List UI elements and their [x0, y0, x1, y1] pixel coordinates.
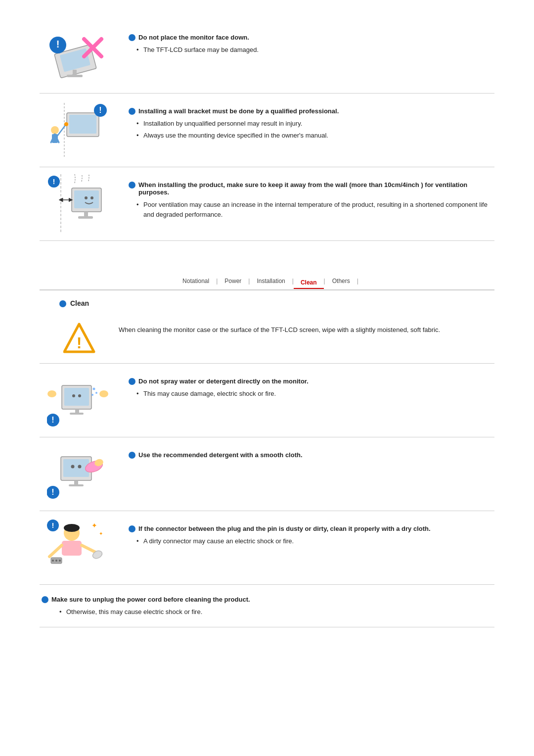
svg-rect-56: [62, 541, 82, 556]
clean-blue-dot: [59, 300, 66, 307]
page-content: ! Do not place the monitor face down. Th…: [0, 0, 534, 647]
svg-point-62: [55, 560, 57, 562]
wall-bracket-bullets: Installation by unqualified personnel ma…: [129, 119, 494, 140]
ventilation-bullet-1: Poor ventilation may cause an increase i…: [136, 200, 494, 219]
section-detergent: ! Use the recommended detergent with a s…: [40, 437, 494, 511]
blue-dot-icon-2: [129, 108, 135, 115]
nav-sep-5: |: [357, 278, 358, 284]
nav-tabs: Notational | Power | Installation | Clea…: [40, 276, 494, 290]
unplug-bullets: Otherwise, this may cause electric shock…: [51, 607, 494, 617]
face-down-bullet-1: The TFT-LCD surface may be damaged.: [136, 45, 494, 55]
svg-point-37: [47, 390, 56, 397]
svg-text:!: !: [52, 521, 54, 529]
no-spray-bullets: This may cause damage, electric shock or…: [129, 389, 494, 399]
svg-point-39: [93, 388, 95, 390]
spacer: [40, 241, 494, 261]
wall-bracket-bullet-2: Always use the mounting device specified…: [136, 131, 494, 141]
connector-dot: [129, 525, 135, 532]
section-connector: ✦ ✦ ! If the connector between the plug …: [40, 511, 494, 585]
svg-text:!: !: [99, 106, 101, 114]
connector-bullet-1: A dirty connector may cause an electric …: [136, 536, 494, 546]
svg-point-41: [91, 394, 93, 396]
svg-point-55: [64, 524, 80, 532]
section-face-down: ! Do not place the monitor face down. Th…: [40, 20, 494, 94]
svg-text:!: !: [51, 416, 54, 424]
no-spray-image: !: [40, 376, 119, 425]
svg-rect-23: [78, 216, 93, 219]
svg-rect-21: [74, 190, 99, 208]
svg-line-57: [49, 545, 62, 557]
blue-dot-icon-3: [129, 182, 135, 189]
svg-rect-32: [64, 388, 89, 406]
section-ventilation: ! When installing the product, make sure…: [40, 167, 494, 241]
svg-text:!: !: [53, 177, 55, 186]
detergent-dot: [129, 452, 135, 459]
svg-rect-22: [84, 212, 88, 217]
detergent-image: !: [40, 449, 119, 499]
face-down-title: Do not place the monitor face down.: [129, 34, 494, 41]
unplug-title: Make sure to unplug the power cord befor…: [42, 596, 494, 603]
wall-bracket-text: Installing a wall bracket must be done b…: [129, 105, 494, 142]
tab-notational[interactable]: Notational: [176, 276, 216, 286]
svg-rect-9: [69, 115, 96, 134]
detergent-title: Use the recommended detergent with a smo…: [129, 451, 494, 459]
tab-power[interactable]: Power: [218, 276, 248, 286]
no-spray-title: Do not spray water or detergent directly…: [129, 378, 494, 385]
clean-header: Clean: [59, 299, 494, 307]
ventilation-title: When installing the product, make sure t…: [129, 181, 494, 196]
connector-title: If the connector between the plug and th…: [129, 525, 494, 532]
svg-rect-3: [67, 75, 83, 77]
svg-rect-48: [74, 480, 78, 485]
face-down-text: Do not place the monitor face down. The …: [129, 32, 494, 57]
clean-intro-text: When cleaning the monitor case or the su…: [119, 322, 494, 335]
section-unplug: Make sure to unplug the power cord befor…: [40, 585, 494, 627]
section-no-spray: ! Do not spray water or detergent direct…: [40, 364, 494, 437]
unplug-dot: [42, 596, 48, 603]
svg-point-34: [78, 394, 81, 397]
no-spray-dot: [129, 378, 135, 385]
detergent-text: Use the recommended detergent with a smo…: [129, 449, 494, 463]
svg-point-46: [71, 465, 75, 469]
svg-point-24: [85, 196, 88, 199]
svg-rect-49: [69, 484, 84, 486]
svg-point-16: [64, 122, 68, 126]
clean-intro-row: ! When cleaning the monitor case or the …: [40, 317, 494, 364]
svg-line-58: [82, 545, 96, 553]
svg-point-63: [59, 560, 61, 562]
svg-text:✦: ✦: [99, 531, 103, 536]
wall-bracket-bullet-1: Installation by unqualified personnel ma…: [136, 119, 494, 129]
svg-text:!: !: [76, 334, 82, 352]
connector-bullets: A dirty connector may cause an electric …: [129, 536, 494, 546]
face-down-bullets: The TFT-LCD surface may be damaged.: [129, 45, 494, 55]
svg-text:✦: ✦: [91, 521, 97, 529]
svg-point-38: [99, 390, 108, 397]
connector-text: If the connector between the plug and th…: [129, 523, 494, 548]
ventilation-bullets: Poor ventilation may cause an increase i…: [129, 200, 494, 219]
no-spray-text: Do not spray water or detergent directly…: [129, 376, 494, 401]
tab-others[interactable]: Others: [325, 276, 357, 286]
no-spray-bullet-1: This may cause damage, electric shock or…: [136, 389, 494, 399]
svg-point-25: [90, 196, 93, 199]
ventilation-image: !: [40, 179, 119, 229]
tab-installation[interactable]: Installation: [250, 276, 292, 286]
unplug-bullet-1: Otherwise, this may cause electric shock…: [59, 607, 494, 617]
svg-rect-36: [70, 413, 84, 415]
section-wall-bracket: ! Installing a wall bracket must be done…: [40, 94, 494, 167]
connector-image: ✦ ✦ !: [40, 523, 119, 572]
svg-text:!: !: [56, 39, 60, 49]
clean-intro-image: !: [40, 322, 119, 354]
face-down-image: !: [40, 32, 119, 81]
svg-point-33: [72, 394, 75, 397]
svg-point-47: [78, 465, 82, 469]
svg-point-40: [95, 392, 97, 394]
blue-dot-icon: [129, 34, 135, 41]
svg-rect-35: [75, 409, 79, 413]
ventilation-text: When installing the product, make sure t…: [129, 179, 494, 221]
wall-bracket-title: Installing a wall bracket must be done b…: [129, 107, 494, 115]
wall-bracket-image: !: [40, 105, 119, 155]
svg-point-61: [52, 560, 54, 562]
svg-text:!: !: [51, 488, 54, 496]
svg-point-11: [51, 126, 59, 134]
tab-clean[interactable]: Clean: [294, 277, 324, 289]
